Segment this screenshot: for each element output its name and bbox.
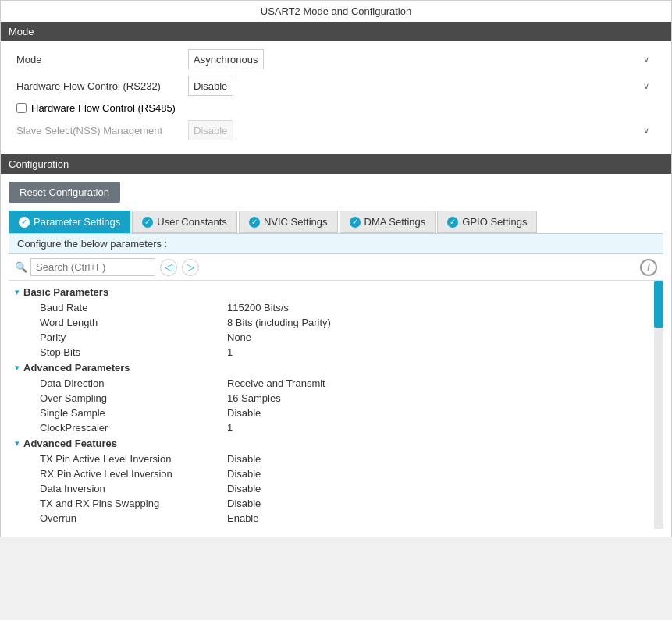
tab-gpio-settings[interactable]: ✓ GPIO Settings bbox=[437, 211, 537, 233]
slave-select-row: Slave Select(NSS) Management Disable bbox=[16, 120, 656, 140]
group-header-advanced-parameters[interactable]: ▾Advanced Parameters bbox=[9, 360, 663, 376]
mode-label: Mode bbox=[16, 54, 188, 66]
group-label: Advanced Parameters bbox=[23, 362, 130, 374]
search-icon: 🔍 bbox=[15, 261, 27, 273]
slave-select[interactable]: Disable bbox=[188, 120, 233, 140]
tab-icon-user-constants: ✓ bbox=[142, 217, 153, 228]
config-section: Reset Configuration ✓ Parameter Settings… bbox=[1, 174, 671, 537]
tab-label-gpio-settings: GPIO Settings bbox=[462, 216, 527, 228]
param-row[interactable]: RX Pin Active Level InversionDisable bbox=[9, 466, 663, 481]
configure-banner: Configure the below parameters : bbox=[9, 233, 663, 254]
main-container: USART2 Mode and Configuration Mode Mode … bbox=[0, 0, 672, 537]
param-row[interactable]: Over Sampling16 Samples bbox=[9, 391, 663, 406]
param-name: TX and RX Pins Swapping bbox=[40, 498, 227, 509]
param-row[interactable]: ParityNone bbox=[9, 330, 663, 345]
param-row[interactable]: Stop Bits1 bbox=[9, 345, 663, 360]
param-name: Stop Bits bbox=[40, 346, 227, 358]
mode-select[interactable]: Asynchronous bbox=[188, 49, 264, 69]
config-section-header: Configuration bbox=[1, 154, 671, 174]
chevron-icon: ▾ bbox=[15, 363, 20, 373]
scrollbar-track bbox=[654, 281, 663, 529]
param-row[interactable]: Word Length8 Bits (including Parity) bbox=[9, 315, 663, 330]
param-name: Single Sample bbox=[40, 407, 227, 419]
param-value: 16 Samples bbox=[227, 392, 281, 404]
nav-prev-button[interactable]: ◁ bbox=[160, 259, 177, 276]
mode-row: Mode Asynchronous bbox=[16, 49, 656, 69]
group-header-basic-parameters[interactable]: ▾Basic Parameters bbox=[9, 284, 663, 300]
hw-flow-rs485-row: Hardware Flow Control (RS485) bbox=[16, 102, 656, 114]
params-inner: ▾Basic ParametersBaud Rate115200 Bits/sW… bbox=[9, 281, 663, 529]
param-name: Word Length bbox=[40, 317, 227, 328]
search-input[interactable] bbox=[30, 258, 155, 276]
mode-select-wrapper: Asynchronous bbox=[188, 49, 656, 69]
param-value: 1 bbox=[227, 422, 233, 434]
param-value: Disable bbox=[227, 468, 261, 480]
param-name: Parity bbox=[40, 331, 227, 343]
tab-label-dma-settings: DMA Settings bbox=[364, 216, 426, 228]
scrollbar-thumb[interactable] bbox=[654, 281, 663, 328]
tab-nvic-settings[interactable]: ✓ NVIC Settings bbox=[239, 211, 338, 233]
param-value: Disable bbox=[227, 498, 261, 509]
hw-flow-rs232-select-wrapper: Disable bbox=[188, 76, 656, 96]
param-value: 8 Bits (including Parity) bbox=[227, 317, 331, 328]
param-row[interactable]: OverrunEnable bbox=[9, 511, 663, 526]
group-header-advanced-features[interactable]: ▾Advanced Features bbox=[9, 435, 663, 452]
param-row[interactable]: TX and RX Pins SwappingDisable bbox=[9, 496, 663, 511]
mode-section: Mode Asynchronous Hardware Flow Control … bbox=[1, 41, 671, 154]
search-row: 🔍 ◁ ▷ i bbox=[9, 254, 663, 281]
param-row[interactable]: Baud Rate115200 Bits/s bbox=[9, 300, 663, 315]
param-row[interactable]: TX Pin Active Level InversionDisable bbox=[9, 452, 663, 466]
tab-dma-settings[interactable]: ✓ DMA Settings bbox=[340, 211, 436, 233]
configure-text: Configure the below parameters : bbox=[17, 238, 167, 250]
tab-icon-dma-settings: ✓ bbox=[350, 217, 361, 228]
tab-icon-parameter-settings: ✓ bbox=[19, 217, 30, 228]
info-button[interactable]: i bbox=[640, 259, 657, 276]
tab-parameter-settings[interactable]: ✓ Parameter Settings bbox=[9, 211, 130, 233]
tab-label-parameter-settings: Parameter Settings bbox=[34, 216, 120, 228]
tab-label-user-constants: User Constants bbox=[157, 216, 227, 228]
hw-flow-rs232-label: Hardware Flow Control (RS232) bbox=[16, 80, 188, 92]
mode-section-header: Mode bbox=[1, 22, 671, 41]
param-row[interactable]: ClockPrescaler1 bbox=[9, 420, 663, 435]
tab-user-constants[interactable]: ✓ User Constants bbox=[132, 211, 237, 233]
param-row[interactable]: Single SampleDisable bbox=[9, 406, 663, 420]
group-label: Advanced Features bbox=[23, 438, 117, 449]
tabs-row: ✓ Parameter Settings ✓ User Constants ✓ … bbox=[9, 211, 663, 233]
hw-flow-rs232-select[interactable]: Disable bbox=[188, 76, 233, 96]
tab-icon-nvic-settings: ✓ bbox=[249, 217, 260, 228]
param-name: RX Pin Active Level Inversion bbox=[40, 468, 227, 480]
reset-config-button[interactable]: Reset Configuration bbox=[9, 182, 120, 203]
param-row[interactable]: Data DirectionReceive and Transmit bbox=[9, 376, 663, 391]
param-name: Over Sampling bbox=[40, 392, 227, 404]
param-value: Disable bbox=[227, 453, 261, 465]
param-name: ClockPrescaler bbox=[40, 422, 227, 434]
nav-next-button[interactable]: ▷ bbox=[182, 259, 199, 276]
param-value: Enable bbox=[227, 512, 258, 524]
params-container: ▾Basic ParametersBaud Rate115200 Bits/sW… bbox=[9, 281, 663, 529]
param-name: Data Inversion bbox=[40, 483, 227, 494]
param-value: Receive and Transmit bbox=[227, 377, 325, 389]
param-value: None bbox=[227, 331, 251, 343]
param-value: Disable bbox=[227, 483, 261, 494]
page-title: USART2 Mode and Configuration bbox=[1, 1, 671, 22]
param-value: 115200 Bits/s bbox=[227, 302, 289, 314]
param-name: Data Direction bbox=[40, 377, 227, 389]
tab-label-nvic-settings: NVIC Settings bbox=[264, 216, 328, 228]
param-row[interactable]: Data InversionDisable bbox=[9, 481, 663, 496]
slave-select-wrapper: Disable bbox=[188, 120, 656, 140]
chevron-icon: ▾ bbox=[15, 438, 20, 448]
slave-select-label: Slave Select(NSS) Management bbox=[16, 125, 188, 136]
tab-icon-gpio-settings: ✓ bbox=[447, 217, 458, 228]
group-label: Basic Parameters bbox=[23, 286, 108, 298]
chevron-icon: ▾ bbox=[15, 287, 20, 297]
param-value: Disable bbox=[227, 407, 261, 419]
hw-flow-rs485-label: Hardware Flow Control (RS485) bbox=[31, 102, 176, 114]
param-name: Overrun bbox=[40, 512, 227, 524]
param-value: 1 bbox=[227, 346, 233, 358]
param-name: TX Pin Active Level Inversion bbox=[40, 453, 227, 465]
param-name: Baud Rate bbox=[40, 302, 227, 314]
hw-flow-rs232-row: Hardware Flow Control (RS232) Disable bbox=[16, 76, 656, 96]
hw-flow-rs485-checkbox[interactable] bbox=[16, 103, 27, 113]
